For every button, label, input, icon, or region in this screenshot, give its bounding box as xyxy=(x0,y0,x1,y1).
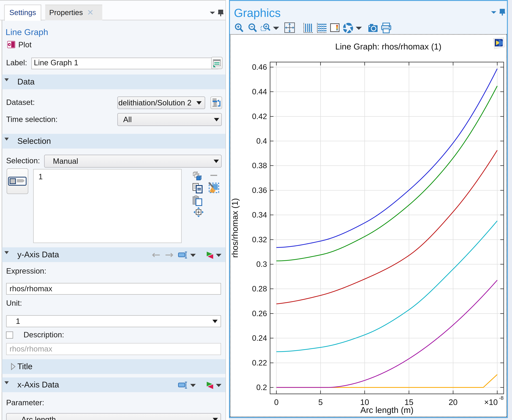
svg-text:0.4: 0.4 xyxy=(256,137,267,145)
svg-text:5: 5 xyxy=(318,398,323,407)
svg-text:0.22: 0.22 xyxy=(252,359,267,367)
svg-text:0.32: 0.32 xyxy=(252,235,267,244)
svg-text:0.2: 0.2 xyxy=(256,383,267,392)
svg-text:0.24: 0.24 xyxy=(252,334,267,342)
svg-text:0.34: 0.34 xyxy=(252,211,267,219)
svg-text:0.28: 0.28 xyxy=(252,285,267,293)
svg-text:Line Graph: rhos/rhomax (1): Line Graph: rhos/rhomax (1) xyxy=(335,42,442,51)
svg-text:0: 0 xyxy=(274,398,279,407)
svg-text:Arc length (m): Arc length (m) xyxy=(360,405,413,415)
svg-text:rhos/rhomax (1): rhos/rhomax (1) xyxy=(230,198,240,258)
svg-text:0.44: 0.44 xyxy=(252,87,267,96)
svg-text:0.46: 0.46 xyxy=(252,63,267,71)
svg-text:0.3: 0.3 xyxy=(256,260,267,269)
svg-text:×10: ×10 xyxy=(484,398,498,407)
svg-text:0.38: 0.38 xyxy=(252,161,267,170)
svg-text:0.26: 0.26 xyxy=(252,309,267,318)
svg-text:-8: -8 xyxy=(499,395,504,401)
svg-text:0.36: 0.36 xyxy=(252,186,267,195)
svg-text:0.42: 0.42 xyxy=(252,112,267,121)
svg-text:20: 20 xyxy=(449,398,458,407)
